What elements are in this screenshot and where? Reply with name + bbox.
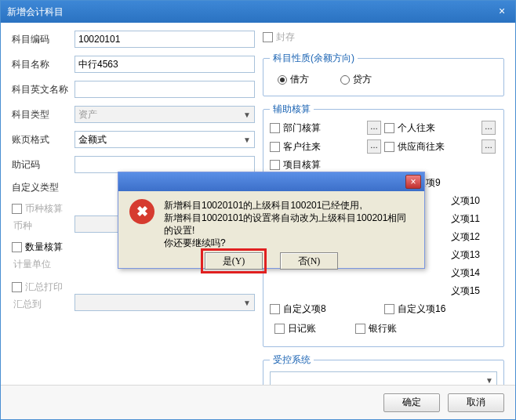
footer: 确定 取消 — [1, 385, 515, 419]
msg-line3: 你还要继续吗? — [164, 237, 415, 249]
checkbox-icon — [12, 204, 22, 214]
yes-button[interactable]: 是(Y) — [205, 252, 263, 270]
type-select: 资产 ▼ — [74, 106, 255, 123]
chevron-down-icon: ▼ — [243, 136, 251, 144]
type-value: 资产 — [78, 108, 97, 121]
label-custom-type: 自定义类型 — [12, 181, 74, 194]
nature-fieldset: 科目性质(余额方向) 借方 贷方 — [263, 52, 504, 96]
currency-acc-checkbox[interactable]: 币种核算 — [12, 202, 63, 215]
custom8-label: 自定义项8 — [283, 302, 326, 316]
checkbox-icon — [12, 282, 22, 292]
ok-button[interactable]: 确定 — [383, 393, 440, 412]
radio-icon — [340, 75, 350, 85]
project-label: 项目核算 — [283, 158, 321, 172]
custom15-label: 义项15 — [384, 284, 480, 298]
supplier-checkbox[interactable]: 供应商往来 — [384, 140, 480, 154]
qty-acc-checkbox[interactable]: 数量核算 — [12, 241, 63, 254]
english-input[interactable] — [74, 81, 255, 98]
label-english: 科目英文名称 — [12, 83, 74, 96]
checkbox-icon — [384, 142, 394, 152]
project-checkbox[interactable]: 项目核算 — [270, 158, 365, 172]
label-mnemonic: 助记码 — [12, 158, 74, 172]
msg-line1: 新增科目10020101的上级科目100201已经使用, — [164, 199, 415, 212]
summary-print-label: 汇总打印 — [25, 281, 63, 294]
chevron-down-icon: ▼ — [243, 110, 251, 119]
dialog-message: 新增科目10020101的上级科目100201已经使用, 新增科目1002010… — [164, 199, 415, 249]
label-unit: 计量单位 — [12, 258, 74, 271]
checkbox-icon — [12, 242, 22, 252]
dialog-titlebar: × — [118, 172, 424, 191]
label-currency: 币种 — [12, 219, 74, 233]
supplier-label: 供应商往来 — [398, 140, 445, 154]
personal-label: 个人往来 — [398, 121, 435, 135]
checkbox-icon — [270, 123, 280, 133]
credit-radio[interactable]: 贷方 — [340, 73, 372, 86]
label-code: 科目编码 — [12, 33, 74, 46]
customer-label: 客户往来 — [283, 140, 321, 154]
name-input[interactable] — [74, 56, 255, 73]
page-format-select[interactable]: 金额式 ▼ — [74, 131, 255, 148]
journal-checkbox[interactable]: 日记账 — [274, 322, 316, 335]
code-input[interactable] — [74, 31, 255, 48]
bank-label: 银行账 — [369, 322, 397, 335]
msg-line2: 新增科目10020101的设置将自动改为上级科目100201相同的设置! — [164, 212, 415, 237]
label-summary-to: 汇总到 — [12, 298, 74, 311]
personal-checkbox[interactable]: 个人往来 — [384, 121, 480, 135]
customer-checkbox[interactable]: 客户往来 — [270, 140, 365, 154]
checkbox-icon — [263, 32, 273, 42]
chevron-down-icon: ▼ — [485, 376, 493, 385]
custom8-checkbox[interactable]: 自定义项8 — [270, 302, 365, 316]
bank-checkbox[interactable]: 银行账 — [355, 322, 397, 335]
custom16-label: 自定义项16 — [398, 302, 445, 316]
close-icon[interactable]: × — [495, 5, 509, 19]
checkbox-icon — [270, 304, 280, 314]
label-page-format: 账页格式 — [12, 133, 74, 147]
seal-label: 封存 — [276, 31, 295, 44]
dept-label: 部门核算 — [283, 121, 321, 135]
nature-legend: 科目性质(余额方向) — [270, 52, 358, 65]
credit-label: 贷方 — [353, 73, 372, 86]
checkbox-icon — [355, 324, 365, 334]
checkbox-icon — [274, 324, 285, 334]
summary-to-select: ▼ — [74, 294, 255, 311]
error-icon — [129, 199, 154, 224]
checkbox-icon — [384, 123, 394, 133]
checkbox-icon — [384, 304, 394, 314]
seal-checkbox: 封存 — [263, 31, 295, 44]
summary-print-checkbox[interactable]: 汇总打印 — [12, 281, 63, 294]
journal-label: 日记账 — [288, 322, 316, 335]
debit-radio[interactable]: 借方 — [278, 73, 309, 86]
titlebar: 新增会计科目 × — [1, 1, 515, 23]
checkbox-icon — [270, 142, 280, 152]
mnemonic-input[interactable] — [74, 156, 255, 173]
checkbox-icon — [270, 160, 280, 170]
chevron-down-icon: ▼ — [243, 299, 251, 307]
radio-icon — [278, 75, 287, 85]
label-name: 科目名称 — [12, 58, 74, 71]
main-window: 新增会计科目 × 科目编码 科目名称 科目英文名称 科目类型 资产 ▼ — [0, 0, 516, 420]
page-format-value: 金额式 — [78, 133, 107, 147]
supplier-lookup-button[interactable]: … — [481, 139, 496, 154]
currency-acc-label: 币种核算 — [25, 202, 63, 215]
debit-label: 借方 — [290, 73, 309, 86]
controlled-legend: 受控系统 — [270, 353, 314, 367]
aux-legend: 辅助核算 — [270, 103, 314, 116]
dept-lookup-button[interactable]: … — [367, 121, 381, 135]
personal-lookup-button[interactable]: … — [481, 121, 496, 135]
cancel-button[interactable]: 取消 — [448, 393, 504, 412]
label-type: 科目类型 — [12, 108, 74, 121]
confirm-dialog: × 新增科目10020101的上级科目100201已经使用, 新增科目10020… — [118, 172, 425, 269]
no-button[interactable]: 否(N) — [280, 252, 338, 270]
dept-checkbox[interactable]: 部门核算 — [270, 121, 365, 135]
customer-lookup-button[interactable]: … — [367, 139, 381, 154]
qty-acc-label: 数量核算 — [25, 241, 63, 254]
dialog-close-icon[interactable]: × — [405, 175, 421, 189]
custom16-checkbox[interactable]: 自定义项16 — [384, 302, 480, 316]
window-title: 新增会计科目 — [7, 5, 64, 19]
